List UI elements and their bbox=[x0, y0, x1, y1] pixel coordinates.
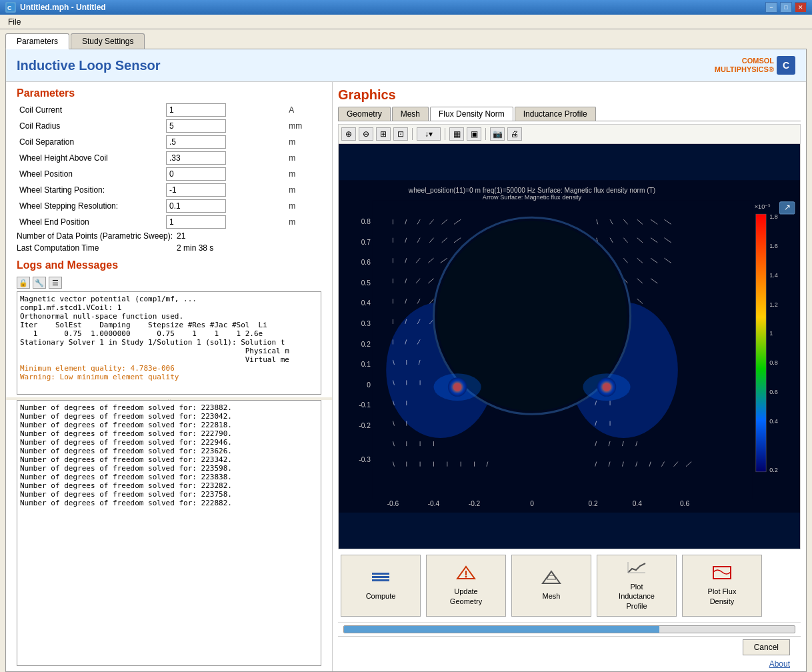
glow-right bbox=[583, 373, 630, 401]
graphics-tabs: Geometry Mesh Flux Density Norm Inductan… bbox=[338, 107, 801, 121]
minimize-button[interactable]: − bbox=[765, 2, 777, 13]
data-points-row: Number of Data Points (Parametric Sweep)… bbox=[6, 230, 332, 242]
svg-rect-149 bbox=[372, 579, 389, 581]
svg-text:1: 1 bbox=[769, 330, 773, 337]
svg-text:0.4: 0.4 bbox=[633, 500, 642, 507]
main-split: Parameters Coil Current A Coil Radius mm bbox=[6, 82, 806, 671]
svg-text:-0.4: -0.4 bbox=[428, 500, 440, 507]
tab-geometry[interactable]: Geometry bbox=[338, 107, 391, 121]
parameters-section-title: Parameters bbox=[6, 82, 332, 102]
wheel-position-input[interactable] bbox=[166, 167, 226, 181]
wrench-icon[interactable]: 🔧 bbox=[33, 277, 46, 289]
param-input-cell bbox=[163, 182, 286, 198]
computation-time-row: Last Computation Time 2 min 38 s bbox=[6, 242, 332, 254]
zoom-extents-button[interactable]: ⊞ bbox=[376, 127, 391, 141]
svg-text:0.3: 0.3 bbox=[361, 320, 371, 327]
update-geometry-button[interactable]: UpdateGeometry bbox=[426, 555, 506, 617]
app-window: Parameters Study Settings Inductive Loop… bbox=[0, 29, 812, 672]
wheel-height-input[interactable] bbox=[166, 151, 226, 165]
param-label: Wheel End Position bbox=[17, 214, 163, 230]
arrow-button[interactable]: ↓▾ bbox=[417, 127, 441, 141]
table-row: Wheel Position m bbox=[17, 166, 321, 182]
computation-time-value: 2 min 38 s bbox=[177, 243, 213, 253]
param-unit: m bbox=[286, 134, 321, 150]
data-points-label: Number of Data Points (Parametric Sweep)… bbox=[17, 231, 177, 241]
param-unit: m bbox=[286, 214, 321, 230]
svg-text:-0.1: -0.1 bbox=[359, 401, 371, 409]
param-label: Wheel Position bbox=[17, 166, 163, 182]
plot-title: wheel_position(11)=0 m freq(1)=50000 Hz … bbox=[408, 187, 655, 194]
svg-text:1.4: 1.4 bbox=[769, 272, 778, 279]
close-button[interactable]: ✕ bbox=[795, 2, 807, 13]
param-input-cell bbox=[163, 198, 286, 214]
about-link[interactable]: About bbox=[769, 659, 790, 669]
compute-icon bbox=[371, 570, 391, 589]
plot-inductance-label: PlotInductanceProfile bbox=[619, 582, 655, 611]
mesh-button[interactable]: Mesh bbox=[511, 555, 591, 617]
wheel-start-input[interactable] bbox=[166, 183, 226, 197]
update-geometry-icon bbox=[456, 565, 476, 584]
mesh-icon bbox=[541, 570, 561, 589]
log-top-inner[interactable]: Magnetic vector potential (comp1/mf, ...… bbox=[17, 292, 321, 394]
camera-button[interactable]: 📷 bbox=[490, 127, 505, 141]
app-title: Inductive Loop Sensor bbox=[17, 58, 161, 73]
log-box-bottom: Number of degrees of freedom solved for:… bbox=[17, 400, 321, 666]
svg-text:1.8: 1.8 bbox=[769, 213, 778, 220]
plot-subtitle: Arrow Surface: Magnetic flux density bbox=[483, 194, 582, 201]
svg-text:C: C bbox=[7, 5, 12, 11]
svg-text:0.6: 0.6 bbox=[361, 259, 371, 266]
list-icon[interactable]: ☰ bbox=[49, 277, 62, 289]
svg-text:×10⁻⁵: ×10⁻⁵ bbox=[755, 203, 771, 210]
right-panel: Graphics Geometry Mesh Flux Density Norm… bbox=[333, 82, 806, 671]
table-row: Wheel Stepping Resolution: m bbox=[17, 198, 321, 214]
svg-text:-0.2: -0.2 bbox=[359, 422, 371, 429]
param-label: Wheel Height Above Coil bbox=[17, 150, 163, 166]
tab-inductance-profile[interactable]: Inductance Profile bbox=[515, 107, 596, 121]
graphics-view: wheel_position(11)=0 m freq(1)=50000 Hz … bbox=[338, 143, 801, 549]
view-button[interactable]: ▣ bbox=[467, 127, 481, 141]
cancel-button[interactable]: Cancel bbox=[743, 639, 790, 655]
graphics-title: Graphics bbox=[338, 87, 801, 103]
svg-text:0.8: 0.8 bbox=[769, 359, 778, 366]
tab-parameters[interactable]: Parameters bbox=[5, 33, 69, 49]
about-area: About bbox=[338, 658, 801, 671]
lock-icon[interactable]: 🔒 bbox=[17, 277, 30, 289]
param-label: Coil Separation bbox=[17, 134, 163, 150]
menu-bar: File bbox=[0, 15, 812, 29]
zoom-in-button[interactable]: ⊕ bbox=[341, 127, 356, 141]
comsol-logo: COMSOL MULTIPHYSICS® C bbox=[715, 56, 795, 75]
wheel-step-input[interactable] bbox=[166, 199, 226, 213]
log-bottom-inner[interactable]: Number of degrees of freedom solved for:… bbox=[17, 401, 321, 665]
print-button[interactable]: 🖨 bbox=[507, 127, 522, 141]
toolbar-separator bbox=[412, 128, 413, 140]
maximize-button[interactable]: □ bbox=[780, 2, 792, 13]
table-row: Coil Current A bbox=[17, 102, 321, 118]
svg-point-152 bbox=[465, 576, 467, 578]
coil-current-input[interactable] bbox=[166, 103, 226, 117]
tab-study-settings[interactable]: Study Settings bbox=[71, 33, 145, 49]
computation-time-label: Last Computation Time bbox=[17, 243, 177, 253]
zoom-out-button[interactable]: ⊖ bbox=[359, 127, 373, 141]
log-warning-text: Minimum element quality: 4.783e-006 Warn… bbox=[20, 364, 318, 381]
file-menu[interactable]: File bbox=[3, 16, 26, 28]
table-row: Wheel Starting Position: m bbox=[17, 182, 321, 198]
plot-flux-density-button[interactable]: Plot FluxDensity bbox=[682, 555, 762, 617]
grid-button[interactable]: ▦ bbox=[449, 127, 464, 141]
params-table-wrap: Coil Current A Coil Radius mm Coil Separ… bbox=[6, 102, 332, 230]
coil-radius-input[interactable] bbox=[166, 119, 226, 133]
glow-left bbox=[433, 373, 481, 401]
param-label: Coil Radius bbox=[17, 118, 163, 134]
compute-button[interactable]: Compute bbox=[341, 555, 421, 617]
param-unit: mm bbox=[286, 118, 321, 134]
param-unit: m bbox=[286, 150, 321, 166]
tab-mesh[interactable]: Mesh bbox=[392, 107, 429, 121]
wheel-end-input[interactable] bbox=[166, 215, 226, 229]
svg-text:-0.3: -0.3 bbox=[359, 456, 371, 463]
zoom-selection-button[interactable]: ⊡ bbox=[393, 127, 408, 141]
tab-flux-density-norm[interactable]: Flux Density Norm bbox=[430, 107, 513, 121]
svg-text:0.2: 0.2 bbox=[769, 467, 778, 473]
left-panel: Parameters Coil Current A Coil Radius mm bbox=[6, 82, 333, 671]
plot-inductance-icon bbox=[627, 561, 647, 579]
plot-inductance-button[interactable]: PlotInductanceProfile bbox=[597, 555, 677, 617]
coil-separation-input[interactable] bbox=[166, 135, 226, 149]
